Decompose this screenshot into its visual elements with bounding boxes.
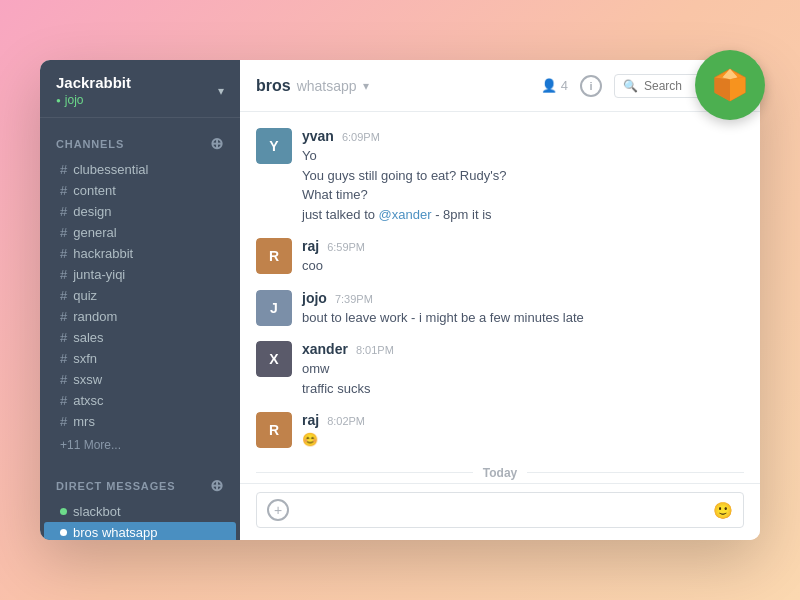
avatar: J: [256, 290, 292, 326]
message-author: xander: [302, 341, 348, 357]
channels-section-header: CHANNELS ⊕: [40, 130, 240, 159]
channel-item-clubessential[interactable]: #clubessential: [44, 159, 236, 180]
divider-line: [256, 472, 473, 473]
message-group: Rraj6:59PMcoo: [256, 238, 744, 276]
current-user: jojo: [56, 91, 131, 107]
message-text: bout to leave work - i might be a few mi…: [302, 308, 744, 328]
hash-icon: #: [60, 204, 67, 219]
message-text: omw: [302, 359, 744, 379]
channels-label: CHANNELS: [56, 138, 124, 150]
add-channel-icon[interactable]: ⊕: [210, 134, 224, 153]
members-number: 4: [561, 78, 568, 93]
channel-item-content[interactable]: #content: [44, 180, 236, 201]
main-panel: bros whatsapp ▾ 👤 4 i 🔍 Yyvan6:09PMYoYou…: [240, 60, 760, 540]
svg-marker-2: [715, 77, 730, 101]
day-divider-text: Today: [483, 466, 517, 480]
channel-name: bros: [256, 77, 291, 95]
channel-item-random[interactable]: #random: [44, 306, 236, 327]
avatar: Y: [256, 128, 292, 164]
message-content: raj6:59PMcoo: [302, 238, 744, 276]
dm-list: slackbotbros whatsappdaniels: [40, 501, 240, 540]
hash-icon: #: [60, 267, 67, 282]
sketch-badge: [695, 50, 765, 120]
attach-button[interactable]: +: [267, 499, 289, 521]
channel-item-sales[interactable]: #sales: [44, 327, 236, 348]
hash-icon: #: [60, 372, 67, 387]
members-count: 👤 4: [541, 78, 568, 93]
channel-item-sxfn[interactable]: #sxfn: [44, 348, 236, 369]
message-text: traffic sucks: [302, 379, 744, 399]
workspace-info: Jackrabbit jojo: [56, 74, 131, 107]
main-header: bros whatsapp ▾ 👤 4 i 🔍: [240, 60, 760, 112]
dm-item-bros-whatsapp[interactable]: bros whatsapp: [44, 522, 236, 540]
workspace-chevron-icon[interactable]: ▾: [218, 84, 224, 98]
hash-icon: #: [60, 330, 67, 345]
channel-item-hackrabbit[interactable]: #hackrabbit: [44, 243, 236, 264]
message-text: You guys still going to eat? Rudy's?: [302, 166, 744, 186]
message-group: Rraj8:02PM😊: [256, 412, 744, 450]
hash-icon: #: [60, 414, 67, 429]
hash-icon: #: [60, 162, 67, 177]
dm-label: DIRECT MESSAGES: [56, 480, 176, 492]
divider-line: [527, 472, 744, 473]
message-group: Yyvan6:09PMYoYou guys still going to eat…: [256, 128, 744, 224]
message-input-area: + 🙂: [240, 483, 760, 540]
mention: @xander: [379, 207, 432, 222]
add-dm-icon[interactable]: ⊕: [210, 476, 224, 495]
message-text: Yo: [302, 146, 744, 166]
message-author: yvan: [302, 128, 334, 144]
dm-status-dot: [60, 508, 67, 515]
channel-dropdown-icon[interactable]: ▾: [363, 79, 369, 93]
emoji-button[interactable]: 🙂: [713, 501, 733, 520]
dm-section: DIRECT MESSAGES ⊕ slackbotbros whatsappd…: [40, 460, 240, 540]
app-window: Jackrabbit jojo ▾ CHANNELS ⊕ #clubessent…: [40, 60, 760, 540]
hash-icon: #: [60, 183, 67, 198]
hash-icon: #: [60, 246, 67, 261]
message-group: Jjojo7:39PMbout to leave work - i might …: [256, 290, 744, 328]
channel-item-junta-yiqi[interactable]: #junta-yiqi: [44, 264, 236, 285]
hash-icon: #: [60, 288, 67, 303]
channel-item-sxsw[interactable]: #sxsw: [44, 369, 236, 390]
message-time: 8:01PM: [356, 344, 394, 356]
hash-icon: #: [60, 225, 67, 240]
avatar: R: [256, 238, 292, 274]
avatar: X: [256, 341, 292, 377]
search-icon: 🔍: [623, 79, 638, 93]
message-time: 8:02PM: [327, 415, 365, 427]
day-divider: Today: [256, 466, 744, 480]
dm-section-header: DIRECT MESSAGES ⊕: [40, 472, 240, 501]
dm-status-dot: [60, 529, 67, 536]
info-button[interactable]: i: [580, 75, 602, 97]
input-box: + 🙂: [256, 492, 744, 528]
channel-item-quiz[interactable]: #quiz: [44, 285, 236, 306]
message-text: just talked to @xander - 8pm it is: [302, 205, 744, 225]
message-content: raj8:02PM😊: [302, 412, 744, 450]
message-content: yvan6:09PMYoYou guys still going to eat?…: [302, 128, 744, 224]
message-text: coo: [302, 256, 744, 276]
channel-item-general[interactable]: #general: [44, 222, 236, 243]
channel-item-atxsc[interactable]: #atxsc: [44, 390, 236, 411]
people-icon: 👤: [541, 78, 557, 93]
channel-item-mrs[interactable]: #mrs: [44, 411, 236, 432]
avatar: R: [256, 412, 292, 448]
channel-item-design[interactable]: #design: [44, 201, 236, 222]
workspace-name: Jackrabbit: [56, 74, 131, 91]
message-time: 6:59PM: [327, 241, 365, 253]
dm-item-slackbot[interactable]: slackbot: [44, 501, 236, 522]
message-input[interactable]: [297, 503, 705, 518]
more-channels-link[interactable]: +11 More...: [44, 434, 236, 456]
channel-title: bros whatsapp ▾: [256, 77, 369, 95]
message-time: 6:09PM: [342, 131, 380, 143]
message-author: raj: [302, 412, 319, 428]
hash-icon: #: [60, 351, 67, 366]
channels-list: #clubessential#content#design#general#ha…: [40, 159, 240, 432]
message-author: raj: [302, 238, 319, 254]
message-author: jojo: [302, 290, 327, 306]
sketch-icon: [711, 66, 749, 104]
message-content: jojo7:39PMbout to leave work - i might b…: [302, 290, 744, 328]
message-text: 😊: [302, 430, 744, 450]
message-content: xander8:01PMomwtraffic sucks: [302, 341, 744, 398]
channels-section: CHANNELS ⊕ #clubessential#content#design…: [40, 118, 240, 460]
hash-icon: #: [60, 393, 67, 408]
sidebar: Jackrabbit jojo ▾ CHANNELS ⊕ #clubessent…: [40, 60, 240, 540]
